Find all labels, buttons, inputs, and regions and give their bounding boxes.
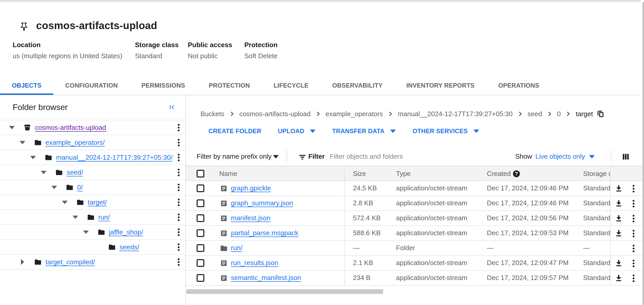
tree-expander-icon[interactable] [51, 184, 57, 190]
more-actions-icon[interactable] [178, 258, 180, 266]
more-actions-icon[interactable] [178, 124, 180, 131]
row-checkbox[interactable] [197, 214, 204, 222]
row-checkbox[interactable] [197, 244, 204, 252]
object-name-link[interactable]: manifest.json [231, 214, 270, 222]
tree-row[interactable]: seeds/ [0, 240, 185, 255]
object-name-link[interactable]: partial_parse.msgpack [231, 228, 299, 237]
tree-row[interactable]: target_compiled/ [0, 255, 185, 270]
tree-row[interactable]: example_operators/ [0, 135, 185, 150]
more-actions-icon[interactable] [178, 214, 180, 221]
breadcrumb-item[interactable]: example_operators [326, 109, 383, 118]
tab[interactable]: PROTECTION [197, 76, 262, 95]
object-name-link[interactable]: run_results.json [231, 258, 278, 267]
column-display-icon[interactable] [622, 152, 630, 161]
filter-prefix-dropdown[interactable]: Filter by name prefix only [197, 152, 271, 161]
tree-expander-icon[interactable] [9, 124, 15, 131]
more-actions-icon[interactable] [178, 154, 180, 161]
more-actions-icon[interactable] [633, 200, 634, 207]
breadcrumb-item[interactable]: target [576, 109, 593, 118]
action-button[interactable]: OTHER SERVICES [412, 127, 479, 135]
tree-row[interactable]: jaffle_shop/ [0, 225, 185, 240]
tree-node-link[interactable]: 0/ [77, 183, 83, 191]
help-icon[interactable] [513, 170, 520, 177]
tree-expander-icon[interactable] [72, 214, 78, 220]
more-actions-icon[interactable] [633, 260, 634, 267]
collapse-panel-icon[interactable] [168, 103, 176, 111]
more-actions-icon[interactable] [633, 245, 634, 252]
breadcrumb-item[interactable]: manual__2024-12-17T17:39:27+05:30 [398, 109, 513, 118]
more-actions-icon[interactable] [178, 184, 180, 191]
tree-expander-icon[interactable] [19, 139, 26, 146]
tree-node-link[interactable]: target/ [88, 198, 107, 206]
column-header-created[interactable]: Created [487, 169, 511, 178]
tree-node-link[interactable]: jaffle_shop/ [109, 228, 143, 236]
more-actions-icon[interactable] [178, 243, 180, 251]
tree-expander-icon[interactable] [83, 229, 89, 235]
download-icon[interactable] [615, 259, 623, 267]
tree-row[interactable]: manual__2024-12-17T17:39:27+05:30/ [0, 150, 185, 165]
tab[interactable]: OPERATIONS [486, 76, 551, 95]
column-header-storage-class[interactable]: Storage class [583, 169, 610, 178]
object-name-link[interactable]: semantic_manifest.json [231, 273, 301, 282]
download-icon[interactable] [615, 184, 623, 192]
filter-objects-input[interactable]: Filter objects and folders [330, 152, 403, 161]
breadcrumb-item[interactable]: Buckets [200, 109, 224, 118]
action-button[interactable]: TRANSFER DATA [332, 127, 396, 135]
breadcrumb-item[interactable]: 0 [557, 109, 561, 118]
object-name-link[interactable]: run/ [231, 243, 243, 252]
vertical-scrollbar[interactable] [642, 2, 644, 305]
tab[interactable]: PERMISSIONS [130, 76, 197, 95]
more-actions-icon[interactable] [178, 139, 180, 146]
tree-row[interactable]: run/ [0, 210, 185, 225]
tab[interactable]: OBSERVABILITY [320, 76, 395, 95]
tree-node-link[interactable]: seed/ [67, 168, 83, 176]
row-checkbox[interactable] [197, 184, 204, 192]
row-checkbox[interactable] [197, 199, 204, 207]
tree-node-link[interactable]: seeds/ [119, 243, 139, 251]
show-dropdown[interactable]: Live objects only [535, 152, 585, 161]
more-actions-icon[interactable] [633, 230, 634, 237]
object-name-link[interactable]: graph.gpickle [231, 184, 271, 192]
more-actions-icon[interactable] [178, 169, 180, 176]
more-actions-icon[interactable] [633, 185, 634, 192]
breadcrumb-item[interactable]: cosmos-artifacts-upload [239, 109, 311, 118]
object-name-link[interactable]: graph_summary.json [231, 199, 293, 207]
tree-expander-icon[interactable] [41, 169, 47, 175]
copy-icon[interactable] [597, 110, 604, 117]
column-header-name[interactable]: Name [219, 169, 237, 178]
select-all-checkbox[interactable] [197, 170, 204, 177]
tab[interactable]: LIFECYCLE [262, 76, 320, 95]
tree-node-link[interactable]: example_operators/ [45, 139, 105, 147]
action-button[interactable]: CREATE FOLDER [208, 127, 261, 135]
download-icon[interactable] [615, 274, 623, 282]
tree-expander-icon[interactable] [19, 259, 26, 265]
download-icon[interactable] [615, 214, 623, 222]
tree-node-link[interactable]: manual__2024-12-17T17:39:27+05:30/ [56, 154, 173, 162]
tree-expander-icon[interactable] [62, 199, 68, 205]
tab[interactable]: INVENTORY REPORTS [395, 76, 486, 95]
more-actions-icon[interactable] [178, 228, 180, 236]
breadcrumb-item[interactable]: seed [528, 109, 542, 118]
download-icon[interactable] [615, 199, 623, 207]
column-header-size[interactable]: Size [353, 169, 366, 178]
tab[interactable]: CONFIGURATION [53, 76, 130, 95]
tree-expander-icon[interactable] [30, 154, 36, 160]
tree-row[interactable]: 0/ [0, 180, 185, 195]
tree-row[interactable]: seed/ [0, 165, 185, 180]
more-actions-icon[interactable] [633, 215, 634, 222]
horizontal-scrollbar-thumb[interactable] [186, 289, 383, 294]
row-checkbox[interactable] [197, 229, 204, 237]
action-button[interactable]: UPLOAD [278, 127, 316, 135]
tree-node-link[interactable]: target_compiled/ [45, 258, 95, 266]
more-actions-icon[interactable] [633, 275, 634, 282]
row-checkbox[interactable] [197, 274, 204, 282]
more-actions-icon[interactable] [178, 199, 180, 206]
row-checkbox[interactable] [197, 259, 204, 267]
column-header-type[interactable]: Type [396, 169, 410, 178]
download-icon[interactable] [615, 229, 623, 237]
tree-node-link[interactable]: run/ [98, 213, 110, 221]
tree-row[interactable]: cosmos-artifacts-upload [0, 120, 185, 135]
tab[interactable]: OBJECTS [0, 76, 53, 95]
tree-row[interactable]: target/ [0, 195, 185, 210]
tree-node-link[interactable]: cosmos-artifacts-upload [35, 124, 106, 132]
